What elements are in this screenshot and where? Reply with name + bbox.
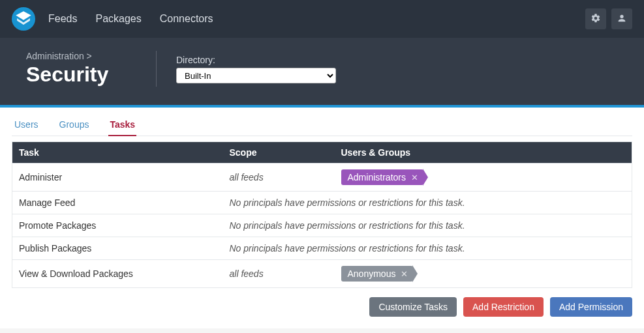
customize-tasks-button[interactable]: Customize Tasks bbox=[369, 297, 457, 317]
tag-label: Anonymous bbox=[348, 268, 396, 279]
cell-users-groups: Anonymous ✕ bbox=[335, 260, 632, 288]
content: Users Groups Tasks Task Scope Users & Gr… bbox=[0, 108, 644, 328]
cell-task: Promote Packages bbox=[12, 214, 223, 237]
nav-links: Feeds Packages Connectors bbox=[48, 13, 213, 25]
cell-task: Administer bbox=[12, 164, 223, 192]
empty-message: No principals have permissions or restri… bbox=[223, 237, 632, 260]
tab-users[interactable]: Users bbox=[13, 115, 40, 136]
settings-button[interactable] bbox=[585, 8, 606, 29]
cell-users-groups: Administrators ✕ bbox=[335, 164, 632, 192]
close-icon[interactable]: ✕ bbox=[401, 270, 408, 278]
empty-message: No principals have permissions or restri… bbox=[223, 214, 632, 237]
empty-message: No principals have permissions or restri… bbox=[223, 192, 632, 214]
close-icon[interactable]: ✕ bbox=[411, 173, 418, 182]
nav-link-connectors[interactable]: Connectors bbox=[160, 13, 213, 25]
breadcrumb[interactable]: Administration > bbox=[26, 51, 130, 61]
tag-anonymous[interactable]: Anonymous ✕ bbox=[341, 266, 414, 282]
tag-label: Administrators bbox=[348, 172, 406, 182]
table-row: Manage Feed No principals have permissio… bbox=[12, 192, 632, 214]
add-restriction-button[interactable]: Add Restriction bbox=[463, 297, 544, 317]
nav-link-feeds[interactable]: Feeds bbox=[48, 13, 77, 25]
user-icon bbox=[617, 13, 627, 25]
tasks-table: Task Scope Users & Groups Administer all… bbox=[12, 141, 632, 288]
directory-select[interactable]: Built-In bbox=[176, 68, 336, 83]
tabs: Users Groups Tasks bbox=[12, 115, 632, 136]
th-users-groups: Users & Groups bbox=[335, 142, 632, 164]
cell-task: View & Download Packages bbox=[12, 260, 223, 288]
tab-tasks[interactable]: Tasks bbox=[108, 115, 136, 136]
user-button[interactable] bbox=[611, 8, 632, 29]
table-row: Publish Packages No principals have perm… bbox=[12, 237, 632, 260]
tag-administrators[interactable]: Administrators ✕ bbox=[341, 169, 423, 185]
footer-buttons: Customize Tasks Add Restriction Add Perm… bbox=[12, 288, 632, 317]
page-title: Security bbox=[26, 63, 130, 87]
table-row: Administer all feeds Administrators ✕ bbox=[12, 164, 632, 192]
th-task: Task bbox=[12, 142, 223, 164]
logo[interactable] bbox=[12, 7, 35, 31]
tab-groups[interactable]: Groups bbox=[58, 115, 91, 136]
nav-link-packages[interactable]: Packages bbox=[95, 13, 141, 25]
cell-task: Publish Packages bbox=[12, 237, 223, 260]
cell-scope: all feeds bbox=[223, 164, 335, 192]
table-row: View & Download Packages all feeds Anony… bbox=[12, 260, 632, 288]
top-nav: Feeds Packages Connectors bbox=[0, 0, 644, 38]
directory-label: Directory: bbox=[176, 55, 336, 65]
th-scope: Scope bbox=[223, 142, 335, 164]
table-row: Promote Packages No principals have perm… bbox=[12, 214, 632, 237]
gear-icon bbox=[590, 13, 601, 25]
add-permission-button[interactable]: Add Permission bbox=[550, 297, 632, 317]
page-header: Administration > Security Directory: Bui… bbox=[0, 38, 644, 105]
cell-scope: all feeds bbox=[223, 260, 335, 288]
cell-task: Manage Feed bbox=[12, 192, 223, 214]
